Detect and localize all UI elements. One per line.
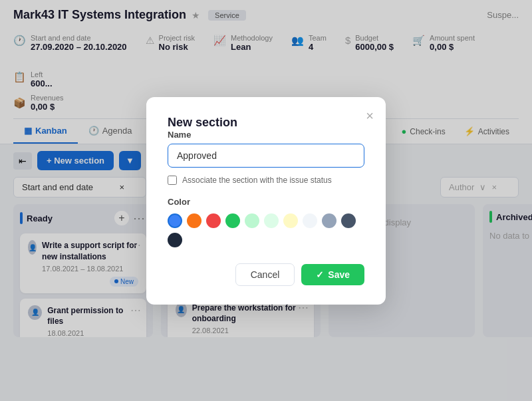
modal-color-swatches (168, 213, 364, 247)
color-swatch-0[interactable] (168, 213, 182, 228)
save-label: Save (328, 269, 350, 280)
color-swatch-8[interactable] (322, 213, 336, 228)
color-swatch-6[interactable] (283, 213, 298, 228)
color-swatch-10[interactable] (168, 233, 182, 247)
modal-checkbox-row: Associate the section with the issue sta… (168, 176, 364, 185)
modal-name-label: Name (168, 130, 364, 140)
color-swatch-3[interactable] (225, 213, 240, 228)
color-swatch-1[interactable] (187, 213, 201, 228)
color-swatch-9[interactable] (341, 213, 356, 228)
modal-overlay[interactable]: New section × Name Associate the section… (0, 0, 532, 401)
color-swatch-4[interactable] (245, 213, 259, 228)
modal-title: New section (168, 116, 237, 129)
modal-color-label: Color (168, 197, 364, 207)
modal-name-input[interactable] (168, 144, 364, 168)
modal-status-checkbox[interactable] (168, 176, 177, 185)
cancel-button[interactable]: Cancel (235, 263, 295, 286)
modal-close-button[interactable]: × (366, 109, 374, 122)
color-swatch-5[interactable] (264, 213, 279, 228)
modal-checkbox-label: Associate the section with the issue sta… (182, 176, 332, 185)
color-swatch-2[interactable] (206, 213, 221, 228)
save-icon: ✓ (316, 269, 324, 280)
color-swatch-7[interactable] (303, 213, 317, 228)
save-button[interactable]: ✓ Save (301, 264, 364, 285)
modal-footer: Cancel ✓ Save (168, 263, 364, 286)
new-section-modal: New section × Name Associate the section… (146, 97, 386, 305)
